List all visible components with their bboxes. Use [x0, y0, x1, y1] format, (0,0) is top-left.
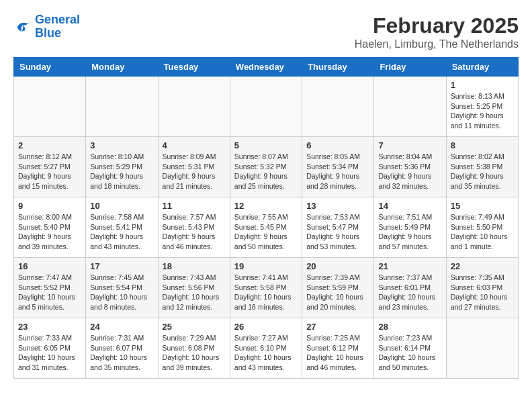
day-info: Sunrise: 7:23 AM Sunset: 6:14 PM Dayligh… [378, 333, 441, 373]
day-number: 19 [234, 261, 298, 271]
day-number: 20 [306, 261, 369, 271]
day-cell [374, 77, 446, 137]
day-cell: 26Sunrise: 7:27 AM Sunset: 6:10 PM Dayli… [230, 318, 302, 379]
day-cell: 23Sunrise: 7:33 AM Sunset: 6:05 PM Dayli… [14, 318, 86, 379]
day-cell: 12Sunrise: 7:55 AM Sunset: 5:45 PM Dayli… [230, 197, 302, 258]
day-info: Sunrise: 8:13 AM Sunset: 5:25 PM Dayligh… [451, 91, 514, 131]
day-cell [86, 77, 158, 137]
day-info: Sunrise: 7:58 AM Sunset: 5:41 PM Dayligh… [90, 212, 153, 252]
day-number: 26 [234, 322, 298, 332]
week-row-5: 23Sunrise: 7:33 AM Sunset: 6:05 PM Dayli… [14, 318, 519, 379]
day-number: 7 [378, 140, 441, 150]
day-number: 1 [451, 80, 514, 90]
logo: General Blue [13, 13, 80, 40]
day-cell: 5Sunrise: 8:07 AM Sunset: 5:32 PM Daylig… [230, 137, 302, 197]
title-block: February 2025 Haelen, Limburg, The Nethe… [355, 13, 519, 50]
day-number: 3 [90, 140, 153, 150]
day-cell: 11Sunrise: 7:57 AM Sunset: 5:43 PM Dayli… [158, 197, 230, 258]
day-number: 15 [451, 201, 514, 211]
day-info: Sunrise: 8:00 AM Sunset: 5:40 PM Dayligh… [18, 212, 81, 252]
weekday-header-row: SundayMondayTuesdayWednesdayThursdayFrid… [14, 58, 519, 77]
month-title: February 2025 [355, 13, 519, 38]
day-number: 25 [163, 322, 226, 332]
day-cell: 20Sunrise: 7:39 AM Sunset: 5:59 PM Dayli… [302, 258, 374, 318]
day-number: 9 [18, 201, 81, 211]
logo-text: General Blue [35, 13, 80, 40]
day-info: Sunrise: 7:25 AM Sunset: 6:12 PM Dayligh… [306, 333, 369, 373]
day-number: 6 [306, 140, 369, 150]
day-info: Sunrise: 7:41 AM Sunset: 5:58 PM Dayligh… [234, 273, 298, 312]
week-row-4: 16Sunrise: 7:47 AM Sunset: 5:52 PM Dayli… [14, 258, 519, 318]
day-cell: 19Sunrise: 7:41 AM Sunset: 5:58 PM Dayli… [230, 258, 302, 318]
day-number: 11 [163, 201, 226, 211]
day-number: 23 [18, 322, 81, 332]
logo-line1: General [35, 13, 80, 26]
day-cell: 22Sunrise: 7:35 AM Sunset: 6:03 PM Dayli… [446, 258, 518, 318]
day-number: 17 [90, 261, 153, 271]
day-number: 28 [378, 322, 441, 332]
day-cell: 10Sunrise: 7:58 AM Sunset: 5:41 PM Dayli… [86, 197, 158, 258]
weekday-header-monday: Monday [86, 58, 158, 77]
day-cell: 24Sunrise: 7:31 AM Sunset: 6:07 PM Dayli… [86, 318, 158, 379]
day-cell [446, 318, 518, 379]
day-info: Sunrise: 8:05 AM Sunset: 5:34 PM Dayligh… [306, 152, 369, 191]
day-number: 8 [451, 140, 514, 150]
week-row-2: 2Sunrise: 8:12 AM Sunset: 5:27 PM Daylig… [14, 137, 519, 197]
day-info: Sunrise: 8:10 AM Sunset: 5:29 PM Dayligh… [90, 152, 153, 191]
weekday-header-saturday: Saturday [446, 58, 518, 77]
day-cell: 27Sunrise: 7:25 AM Sunset: 6:12 PM Dayli… [302, 318, 374, 379]
day-number: 2 [18, 140, 81, 150]
week-row-1: 1Sunrise: 8:13 AM Sunset: 5:25 PM Daylig… [14, 77, 519, 137]
day-info: Sunrise: 8:09 AM Sunset: 5:31 PM Dayligh… [163, 152, 226, 191]
day-cell: 8Sunrise: 8:02 AM Sunset: 5:38 PM Daylig… [446, 137, 518, 197]
day-cell: 13Sunrise: 7:53 AM Sunset: 5:47 PM Dayli… [302, 197, 374, 258]
day-number: 21 [378, 261, 441, 271]
day-cell [14, 77, 86, 137]
day-cell: 3Sunrise: 8:10 AM Sunset: 5:29 PM Daylig… [86, 137, 158, 197]
day-cell: 2Sunrise: 8:12 AM Sunset: 5:27 PM Daylig… [14, 137, 86, 197]
week-row-3: 9Sunrise: 8:00 AM Sunset: 5:40 PM Daylig… [14, 197, 519, 258]
day-number: 10 [90, 201, 153, 211]
day-number: 16 [18, 261, 81, 271]
day-info: Sunrise: 7:31 AM Sunset: 6:07 PM Dayligh… [90, 333, 153, 373]
day-number: 22 [451, 261, 514, 271]
day-info: Sunrise: 8:12 AM Sunset: 5:27 PM Dayligh… [18, 152, 81, 191]
day-info: Sunrise: 7:57 AM Sunset: 5:43 PM Dayligh… [163, 212, 226, 252]
day-info: Sunrise: 7:39 AM Sunset: 5:59 PM Dayligh… [306, 273, 369, 312]
day-info: Sunrise: 7:47 AM Sunset: 5:52 PM Dayligh… [18, 273, 81, 312]
weekday-header-sunday: Sunday [14, 58, 86, 77]
day-info: Sunrise: 7:43 AM Sunset: 5:56 PM Dayligh… [163, 273, 226, 312]
day-cell: 15Sunrise: 7:49 AM Sunset: 5:50 PM Dayli… [446, 197, 518, 258]
logo-line2: Blue [35, 26, 61, 40]
day-cell [230, 77, 302, 137]
day-number: 14 [378, 201, 441, 211]
day-info: Sunrise: 8:02 AM Sunset: 5:38 PM Dayligh… [451, 152, 514, 191]
day-info: Sunrise: 8:04 AM Sunset: 5:36 PM Dayligh… [378, 152, 441, 191]
logo-icon [13, 17, 32, 36]
day-number: 27 [306, 322, 369, 332]
day-number: 12 [234, 201, 298, 211]
day-cell: 7Sunrise: 8:04 AM Sunset: 5:36 PM Daylig… [374, 137, 446, 197]
location: Haelen, Limburg, The Netherlands [355, 38, 519, 50]
day-cell: 9Sunrise: 8:00 AM Sunset: 5:40 PM Daylig… [14, 197, 86, 258]
weekday-header-thursday: Thursday [302, 58, 374, 77]
day-number: 4 [163, 140, 226, 150]
weekday-header-friday: Friday [374, 58, 446, 77]
day-info: Sunrise: 7:45 AM Sunset: 5:54 PM Dayligh… [90, 273, 153, 312]
day-info: Sunrise: 7:27 AM Sunset: 6:10 PM Dayligh… [234, 333, 298, 373]
day-cell: 25Sunrise: 7:29 AM Sunset: 6:08 PM Dayli… [158, 318, 230, 379]
day-info: Sunrise: 7:29 AM Sunset: 6:08 PM Dayligh… [163, 333, 226, 373]
day-cell: 14Sunrise: 7:51 AM Sunset: 5:49 PM Dayli… [374, 197, 446, 258]
day-info: Sunrise: 8:07 AM Sunset: 5:32 PM Dayligh… [234, 152, 298, 191]
day-cell: 6Sunrise: 8:05 AM Sunset: 5:34 PM Daylig… [302, 137, 374, 197]
day-info: Sunrise: 7:51 AM Sunset: 5:49 PM Dayligh… [378, 212, 441, 252]
day-info: Sunrise: 7:53 AM Sunset: 5:47 PM Dayligh… [306, 212, 369, 252]
day-info: Sunrise: 7:35 AM Sunset: 6:03 PM Dayligh… [451, 273, 514, 312]
day-cell: 21Sunrise: 7:37 AM Sunset: 6:01 PM Dayli… [374, 258, 446, 318]
calendar-table: SundayMondayTuesdayWednesdayThursdayFrid… [13, 57, 519, 379]
weekday-header-tuesday: Tuesday [158, 58, 230, 77]
day-info: Sunrise: 7:37 AM Sunset: 6:01 PM Dayligh… [378, 273, 441, 312]
day-info: Sunrise: 7:55 AM Sunset: 5:45 PM Dayligh… [234, 212, 298, 252]
day-cell: 18Sunrise: 7:43 AM Sunset: 5:56 PM Dayli… [158, 258, 230, 318]
day-cell: 1Sunrise: 8:13 AM Sunset: 5:25 PM Daylig… [446, 77, 518, 137]
